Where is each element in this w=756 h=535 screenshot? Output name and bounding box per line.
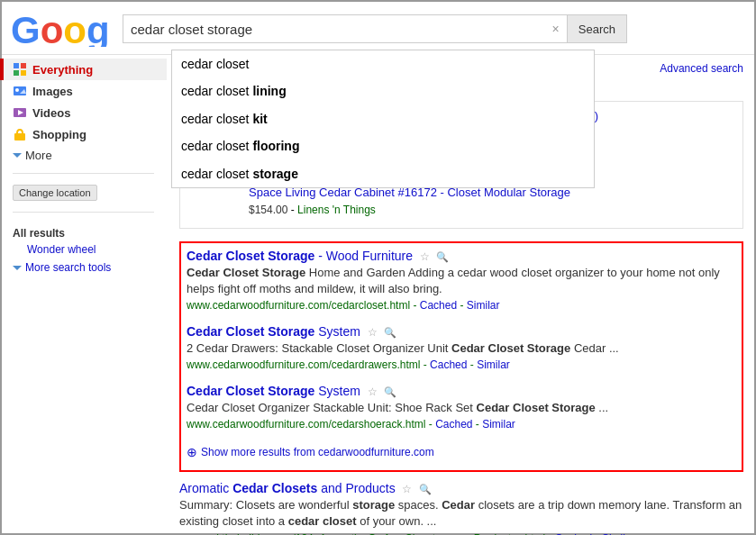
- sidebar-item-videos[interactable]: Videos: [0, 102, 167, 123]
- result-2-title: Cedar Closet Storage System ☆ 🔍: [187, 324, 736, 339]
- sidebar-shopping-label: Shopping: [32, 128, 87, 141]
- shopping-item-3-price: $154.00: [249, 204, 287, 216]
- autocomplete-item[interactable]: cedar closet: [172, 50, 594, 77]
- sidebar-videos-label: Videos: [32, 106, 70, 120]
- svg-rect-3: [14, 70, 19, 76]
- everything-icon: [13, 62, 27, 77]
- clear-icon[interactable]: ×: [552, 22, 560, 36]
- svg-rect-2: [21, 63, 26, 68]
- result-1-star-icon: ☆: [420, 250, 430, 263]
- bottom-result-link[interactable]: Aromatic Cedar Closets and Products: [179, 481, 396, 495]
- result-2-cached-link[interactable]: Cached: [430, 358, 467, 371]
- shopping-icon: [13, 127, 27, 141]
- result-2-zoom-icon[interactable]: 🔍: [384, 327, 396, 338]
- search-box-container: × Search: [123, 14, 627, 43]
- search-input-container: ×: [123, 14, 567, 43]
- google-logo: Google: [11, 11, 110, 47]
- result-1-url: www.cedarwoodfurniture.com/cedarcloset.h…: [187, 299, 736, 312]
- bottom-result-star-icon: ☆: [402, 483, 412, 495]
- sidebar-item-images[interactable]: Images: [0, 80, 167, 102]
- autocomplete-item[interactable]: cedar closet storage: [172, 160, 594, 187]
- shopping-item-3-store: Linens 'n Things: [297, 204, 376, 216]
- result-3-similar-link[interactable]: Similar: [482, 418, 515, 431]
- sidebar-item-everything[interactable]: Everything: [0, 59, 167, 80]
- search-result-3: Cedar Closet Storage System ☆ 🔍 Cedar Cl…: [187, 384, 736, 431]
- videos-icon: [13, 105, 27, 120]
- search-result-2: Cedar Closet Storage System ☆ 🔍 2 Cedar …: [187, 324, 736, 371]
- sidebar-divider-2: [13, 212, 154, 213]
- result-3-zoom-icon[interactable]: 🔍: [384, 386, 396, 397]
- more-tools-arrow-icon: [13, 266, 22, 270]
- svg-rect-4: [21, 70, 26, 76]
- result-1-desc: Cedar Closet Storage Home and Garden Add…: [187, 265, 736, 297]
- sidebar: Everything Images Videos Shoppin: [0, 50, 167, 286]
- sidebar-more-label: More: [25, 149, 52, 162]
- more-search-tools-label: More search tools: [25, 261, 111, 274]
- sidebar-images-label: Images: [32, 85, 73, 98]
- shopping-item-3: Space Living Cedar Cabinet #16172 - Clos…: [249, 184, 737, 218]
- bottom-result-url: www.askthebuilder.com/134_Aromatic_Cedar…: [179, 532, 743, 535]
- result-1-link[interactable]: Cedar Closet Storage - Wood Furniture: [187, 249, 413, 263]
- more-search-tools[interactable]: More search tools: [0, 258, 167, 277]
- result-3-link[interactable]: Cedar Closet Storage System: [187, 384, 360, 398]
- result-1-similar-link[interactable]: Similar: [467, 299, 500, 312]
- result-3-desc: Cedar Closet Organizer Stackable Unit: S…: [187, 400, 736, 416]
- bottom-result-desc: Summary: Closets are wonderful storage s…: [179, 497, 743, 530]
- svg-rect-1: [14, 63, 19, 68]
- autocomplete-item[interactable]: cedar closet kit: [172, 105, 594, 132]
- autocomplete-dropdown: cedar closet cedar closet lining cedar c…: [171, 50, 595, 188]
- advanced-search-link[interactable]: Advanced search: [660, 62, 743, 75]
- sidebar-everything-label: Everything: [32, 63, 93, 77]
- svg-text:Google: Google: [11, 11, 110, 47]
- result-2-url: www.cedarwoodfurniture.com/cedardrawers.…: [187, 358, 736, 371]
- result-2-desc: 2 Cedar Drawers: Stackable Closet Organi…: [187, 340, 736, 357]
- show-more-label: Show more results from cedarwoodfurnitur…: [201, 446, 434, 458]
- result-2-star-icon: ☆: [368, 326, 378, 339]
- bottom-result-title: Aromatic Cedar Closets and Products ☆ 🔍: [179, 481, 743, 495]
- wonder-wheel-link[interactable]: Wonder wheel: [0, 241, 167, 258]
- result-3-title: Cedar Closet Storage System ☆ 🔍: [187, 384, 736, 398]
- featured-results-box: Cedar Closet Storage - Wood Furniture ☆ …: [179, 241, 743, 473]
- result-3-cached-link[interactable]: Cached: [435, 418, 472, 431]
- bottom-result-zoom-icon[interactable]: 🔍: [419, 484, 432, 494]
- bottom-search-result: Aromatic Cedar Closets and Products ☆ 🔍 …: [179, 481, 743, 535]
- show-more-plus-icon: ⊕: [187, 445, 197, 459]
- search-result-1: Cedar Closet Storage - Wood Furniture ☆ …: [187, 249, 736, 312]
- result-1-cached-link[interactable]: Cached: [420, 299, 457, 312]
- result-1-zoom-icon[interactable]: 🔍: [436, 251, 449, 262]
- sidebar-item-more[interactable]: More: [0, 145, 167, 166]
- result-3-star-icon: ☆: [368, 385, 378, 398]
- search-input[interactable]: [131, 22, 549, 37]
- all-results-label: All results: [0, 220, 167, 241]
- change-location-button[interactable]: Change location: [13, 185, 97, 201]
- result-2-link[interactable]: Cedar Closet Storage System: [187, 324, 360, 339]
- svg-point-6: [15, 88, 19, 92]
- result-3-url: www.cedarwoodfurniture.com/cedarshoerack…: [187, 418, 736, 431]
- show-more-results[interactable]: ⊕ Show more results from cedarwoodfurnit…: [187, 443, 736, 465]
- autocomplete-item[interactable]: cedar closet lining: [172, 77, 594, 104]
- result-1-title: Cedar Closet Storage - Wood Furniture ☆ …: [187, 249, 736, 263]
- bottom-result-cached-link[interactable]: Cached: [555, 532, 592, 535]
- header: Google × Search: [2, 2, 754, 55]
- bottom-result-similar-link[interactable]: Similar: [602, 532, 635, 535]
- svg-rect-10: [14, 133, 25, 141]
- sidebar-divider: [13, 173, 154, 174]
- more-arrow-icon: [13, 153, 22, 158]
- search-button[interactable]: Search: [567, 14, 627, 43]
- sidebar-item-shopping[interactable]: Shopping: [0, 123, 167, 145]
- images-icon: [13, 84, 27, 98]
- autocomplete-item[interactable]: cedar closet flooring: [172, 132, 594, 159]
- result-2-similar-link[interactable]: Similar: [477, 358, 510, 371]
- change-location-area: Change location: [0, 181, 167, 204]
